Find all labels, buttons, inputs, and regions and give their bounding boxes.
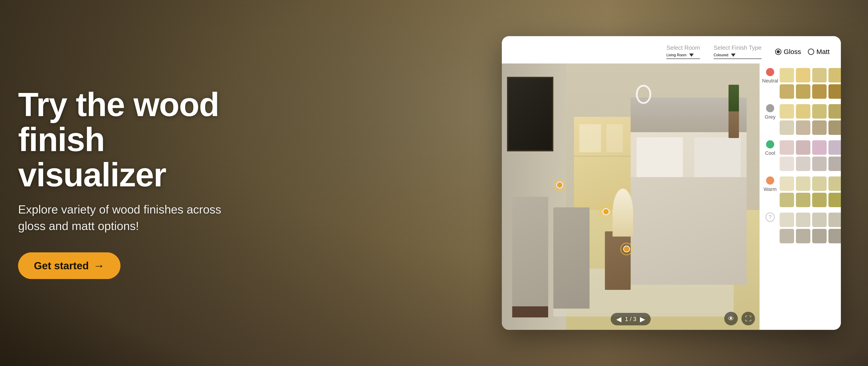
swatch-neutral-1[interactable] (780, 68, 794, 82)
finish-mode-radios: Gloss Matt (775, 48, 830, 56)
pillow-right (694, 137, 741, 181)
help-icon[interactable]: ? (766, 212, 775, 222)
hero-subtitle: Explore variety of wood finishes across … (18, 201, 235, 234)
matt-label: Matt (816, 48, 830, 56)
swatch-cool-1[interactable] (780, 140, 794, 155)
swatch-grey-6[interactable] (796, 121, 810, 135)
swatch-grey-8[interactable] (829, 121, 841, 135)
finish-type-value: Coloured (714, 53, 728, 57)
swatch-neutral-7[interactable] (812, 84, 827, 99)
cta-arrow: → (93, 259, 105, 272)
category-grey-info: Grey (763, 104, 777, 120)
next-image-button[interactable]: ▶ (640, 316, 645, 323)
swatch-extra-1[interactable] (780, 212, 794, 227)
cool-dot (766, 140, 774, 148)
chair-2 (553, 207, 590, 309)
swatch-extra-6[interactable] (796, 229, 810, 243)
swatch-warm-8[interactable] (829, 193, 841, 207)
hotspot-3[interactable] (620, 243, 633, 255)
cool-swatches (780, 140, 841, 171)
matt-radio-circle (808, 48, 814, 55)
gloss-radio-option[interactable]: Gloss (775, 48, 801, 56)
finish-type-chevron-icon (731, 54, 736, 57)
swatch-neutral-3[interactable] (812, 68, 827, 82)
swatch-grey-2[interactable] (796, 104, 810, 119)
chair-1 (512, 197, 548, 309)
view-icon-group: 👁 ⛶ (724, 312, 755, 325)
image-navigation: ◀ 1 / 3 ▶ (611, 313, 651, 325)
expand-icon: ⛶ (745, 315, 751, 322)
swatch-neutral-8[interactable] (829, 84, 841, 99)
image-counter: 1 / 3 (625, 315, 637, 323)
swatch-warm-3[interactable] (812, 176, 827, 191)
eye-view-button[interactable]: 👁 (724, 312, 738, 325)
decor-circle (636, 85, 651, 104)
swatch-extra-7[interactable] (812, 229, 827, 243)
swatch-cool-3[interactable] (812, 140, 827, 155)
swatch-grey-3[interactable] (812, 104, 827, 119)
gloss-label: Gloss (784, 48, 801, 56)
panel-body: ◀ 1 / 3 ▶ 👁 ⛶ Neutral (502, 64, 841, 330)
swatch-grey-1[interactable] (780, 104, 794, 119)
hotspot-1[interactable] (553, 179, 566, 191)
swatch-cool-4[interactable] (829, 140, 841, 155)
finish-type-label: Select Finish Type (714, 44, 762, 51)
extra-swatches (780, 212, 841, 243)
help-info: ? (763, 212, 777, 222)
hotspot-2[interactable] (600, 205, 612, 218)
get-started-button[interactable]: Get started → (18, 252, 121, 279)
category-grey: Grey (763, 104, 837, 135)
swatch-cool-7[interactable] (812, 157, 827, 171)
bedroom-scene (502, 64, 760, 330)
swatch-extra-5[interactable] (780, 229, 794, 243)
swatch-neutral-6[interactable] (796, 84, 810, 99)
room-select-dropdown[interactable]: Living Room (666, 53, 700, 59)
swatch-warm-2[interactable] (796, 176, 810, 191)
expand-button[interactable]: ⛶ (741, 312, 755, 325)
swatch-grey-4[interactable] (829, 104, 841, 119)
swatch-cool-2[interactable] (796, 140, 810, 155)
warm-dot (766, 176, 774, 185)
category-warm-info: Warm (763, 176, 777, 192)
swatch-extra-4[interactable] (829, 212, 841, 227)
swatch-neutral-2[interactable] (796, 68, 810, 82)
swatch-cool-5[interactable] (780, 157, 794, 171)
neutral-label: Neutral (762, 78, 778, 84)
category-neutral-info: Neutral (763, 68, 777, 84)
visualizer-panel: Select Room Living Room Select Finish Ty… (502, 36, 841, 330)
lamp (613, 189, 633, 237)
side-table (605, 231, 631, 290)
eye-icon: 👁 (728, 315, 734, 322)
swatch-neutral-5[interactable] (780, 84, 794, 99)
swatch-warm-6[interactable] (796, 193, 810, 207)
matt-radio-option[interactable]: Matt (808, 48, 830, 56)
swatch-extra-3[interactable] (812, 212, 827, 227)
category-cool: Cool (763, 140, 837, 171)
room-select-chevron-icon (689, 54, 694, 57)
swatch-grey-7[interactable] (812, 121, 827, 135)
grey-label: Grey (765, 114, 776, 120)
hero-section: Try the wood finish visualizer Explore v… (18, 87, 235, 279)
hero-title: Try the wood finish visualizer (18, 87, 235, 192)
swatch-warm-5[interactable] (780, 193, 794, 207)
bed-cover (631, 177, 747, 285)
panel-controls: Select Room Living Room Select Finish Ty… (502, 36, 841, 64)
swatch-extra-8[interactable] (829, 229, 841, 243)
room-image-area: ◀ 1 / 3 ▶ 👁 ⛶ (502, 64, 760, 330)
swatch-cool-8[interactable] (829, 157, 841, 171)
finish-mode-group: Gloss Matt (775, 48, 830, 56)
prev-image-button[interactable]: ◀ (616, 316, 621, 323)
swatch-warm-1[interactable] (780, 176, 794, 191)
category-extra: ? (763, 212, 837, 243)
swatch-extra-2[interactable] (796, 212, 810, 227)
room-select-label: Select Room (666, 44, 700, 51)
cool-label: Cool (765, 150, 775, 156)
finish-type-dropdown[interactable]: Coloured (714, 53, 762, 59)
swatch-warm-4[interactable] (829, 176, 841, 191)
swatch-grey-5[interactable] (780, 121, 794, 135)
warm-label: Warm (764, 187, 777, 192)
swatch-warm-7[interactable] (812, 193, 827, 207)
swatch-cool-6[interactable] (796, 157, 810, 171)
room-select-value: Living Room (666, 53, 686, 57)
swatch-neutral-4[interactable] (829, 68, 841, 82)
